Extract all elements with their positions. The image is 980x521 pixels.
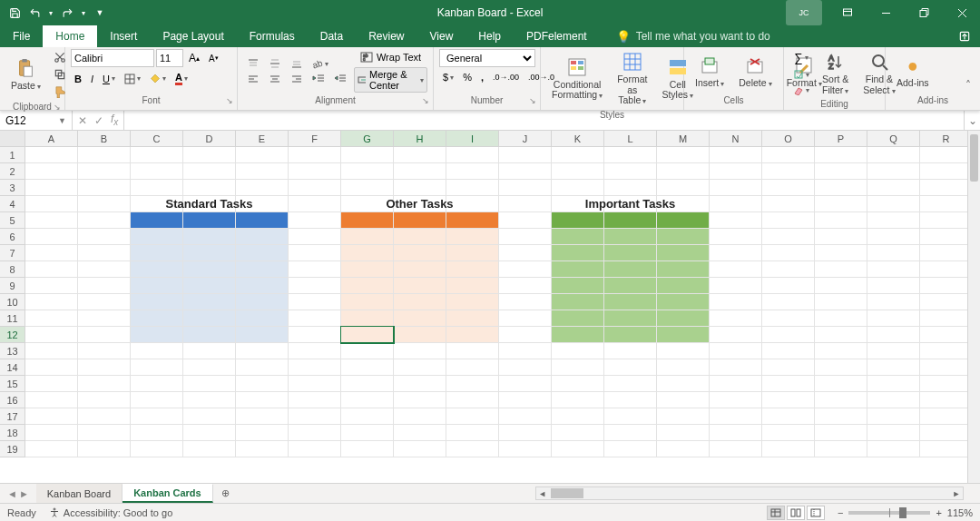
cell[interactable]	[78, 294, 131, 310]
insert-cells-button[interactable]: Insert	[690, 53, 730, 91]
cell[interactable]	[394, 147, 446, 163]
cell[interactable]	[236, 327, 289, 343]
align-middle-button[interactable]	[265, 56, 285, 71]
cell[interactable]	[183, 278, 236, 294]
cell[interactable]	[604, 163, 657, 180]
cell[interactable]	[394, 245, 446, 261]
cell[interactable]	[920, 180, 973, 196]
row-header[interactable]: 12	[0, 327, 25, 343]
cell[interactable]	[604, 180, 657, 196]
cell[interactable]	[131, 359, 183, 376]
collapse-ribbon-button[interactable]: ˄	[962, 77, 975, 93]
cell[interactable]	[78, 278, 131, 294]
cell[interactable]	[341, 278, 394, 294]
cell[interactable]	[657, 180, 710, 196]
cell[interactable]	[552, 261, 604, 278]
sheet-tab-kanban-board[interactable]: Kanban Board	[36, 484, 122, 503]
cell[interactable]	[815, 180, 867, 196]
cell[interactable]	[183, 261, 236, 278]
cell[interactable]	[867, 163, 920, 180]
cell[interactable]	[604, 147, 657, 163]
cell[interactable]	[341, 327, 394, 343]
cell[interactable]	[183, 408, 236, 425]
cell[interactable]	[815, 392, 867, 408]
column-header[interactable]: P	[815, 131, 867, 147]
cell[interactable]	[446, 327, 499, 343]
addins-button[interactable]: ●Add-ins	[891, 53, 935, 91]
cell[interactable]	[552, 425, 604, 441]
cell[interactable]	[867, 294, 920, 310]
column-header[interactable]: I	[446, 131, 499, 147]
cell[interactable]	[657, 196, 710, 212]
cell[interactable]	[657, 392, 710, 408]
cell[interactable]	[552, 163, 604, 180]
cell[interactable]	[289, 408, 341, 425]
cell[interactable]	[552, 310, 604, 327]
cell[interactable]	[131, 425, 183, 441]
cell[interactable]	[446, 261, 499, 278]
cell[interactable]	[762, 278, 815, 294]
cell[interactable]	[710, 147, 762, 163]
cell[interactable]	[289, 425, 341, 441]
cell[interactable]	[78, 261, 131, 278]
cell[interactable]	[236, 278, 289, 294]
cell[interactable]	[815, 408, 867, 425]
autosum-button[interactable]: ∑	[789, 49, 813, 66]
cancel-formula-icon[interactable]: ✕	[78, 114, 87, 127]
cell[interactable]	[25, 359, 78, 376]
cell[interactable]	[236, 196, 289, 212]
cell[interactable]	[552, 359, 604, 376]
cell[interactable]	[552, 245, 604, 261]
cell[interactable]	[78, 392, 131, 408]
cell[interactable]	[446, 229, 499, 245]
align-right-button[interactable]	[287, 72, 307, 86]
cell[interactable]	[236, 392, 289, 408]
cell[interactable]	[289, 163, 341, 180]
cell[interactable]	[657, 327, 710, 343]
cell[interactable]	[446, 163, 499, 180]
cell[interactable]	[25, 163, 78, 180]
cell[interactable]	[710, 294, 762, 310]
cell[interactable]	[920, 441, 973, 457]
wrap-text-button[interactable]: abcWrap Text	[354, 50, 427, 64]
row-header[interactable]: 4	[0, 196, 25, 212]
cell[interactable]	[341, 392, 394, 408]
cell[interactable]	[604, 229, 657, 245]
row-header[interactable]: 5	[0, 212, 25, 229]
cell[interactable]	[920, 196, 973, 212]
cell[interactable]	[446, 376, 499, 392]
cell[interactable]	[815, 147, 867, 163]
cell[interactable]	[289, 327, 341, 343]
cell[interactable]	[183, 425, 236, 441]
cell[interactable]	[131, 278, 183, 294]
cell[interactable]	[604, 327, 657, 343]
tab-formulas[interactable]: Formulas	[237, 25, 308, 47]
cell[interactable]	[867, 310, 920, 327]
fill-color-button[interactable]	[146, 72, 170, 86]
cell[interactable]	[499, 229, 552, 245]
row-header[interactable]: 17	[0, 408, 25, 425]
cell[interactable]	[552, 408, 604, 425]
cell[interactable]	[341, 359, 394, 376]
fx-icon[interactable]: fx	[111, 113, 118, 127]
cell[interactable]	[131, 180, 183, 196]
cell[interactable]	[236, 261, 289, 278]
tab-insert[interactable]: Insert	[97, 25, 150, 47]
cell[interactable]	[604, 408, 657, 425]
cell[interactable]	[236, 408, 289, 425]
cell[interactable]	[25, 212, 78, 229]
cell[interactable]	[25, 425, 78, 441]
hscroll-left-icon[interactable]: ◄	[536, 489, 549, 498]
cell[interactable]	[394, 261, 446, 278]
cell[interactable]	[78, 327, 131, 343]
cell[interactable]	[131, 343, 183, 359]
cell[interactable]	[289, 261, 341, 278]
column-header[interactable]: Q	[867, 131, 920, 147]
cell[interactable]	[762, 359, 815, 376]
format-as-table-button[interactable]: Format as Table	[612, 49, 652, 108]
cell[interactable]	[920, 310, 973, 327]
cell[interactable]	[78, 163, 131, 180]
cell[interactable]	[867, 359, 920, 376]
cell[interactable]	[552, 229, 604, 245]
cell[interactable]	[657, 278, 710, 294]
